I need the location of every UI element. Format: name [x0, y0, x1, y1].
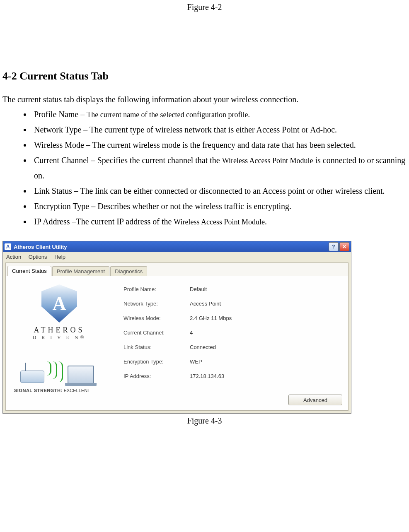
- sep: –: [78, 110, 87, 119]
- tab-diagnostics[interactable]: Diagnostics: [110, 266, 147, 276]
- list-item: Link Status – The link can be either con…: [31, 183, 407, 199]
- list-item: Wireless Mode – The current wireless mod…: [31, 137, 407, 153]
- list-item: Profile Name – The current name of the s…: [31, 107, 407, 122]
- menu-help[interactable]: Help: [54, 254, 65, 260]
- sep: –: [84, 140, 92, 149]
- logo-text-primary: ATHEROS: [34, 326, 85, 335]
- titlebar[interactable]: A Atheros Client Utility ? ✕: [3, 241, 351, 252]
- desc: The current wireless mode is the frequen…: [92, 140, 356, 149]
- menubar: Action Options Help: [3, 252, 351, 262]
- logo-shield-icon: A: [41, 284, 77, 323]
- laptop-icon: [65, 366, 97, 385]
- bullet-list: Profile Name – The current name of the s…: [2, 107, 407, 229]
- signal-strength-label: SIGNAL STRENGTH:: [14, 388, 63, 393]
- window-title: Atheros Client Utility: [14, 244, 67, 250]
- intro-text: The current status tab displays the foll…: [2, 95, 407, 104]
- current-channel-label: Current Channel:: [123, 330, 190, 336]
- network-type-label: Network Type:: [123, 301, 190, 307]
- router-icon: [20, 371, 44, 383]
- term: Encryption Type: [34, 202, 89, 211]
- desc-a: The current IP address of the: [76, 217, 174, 226]
- tab-current-status[interactable]: Current Status: [7, 266, 51, 276]
- list-item: Current Channel – Specifies the current …: [31, 153, 407, 183]
- dialog-body: Current Status Profile Management Diagno…: [5, 262, 348, 411]
- tab-profile-management[interactable]: Profile Management: [52, 266, 109, 276]
- dialog-window: A Atheros Client Utility ? ✕ Action Opti…: [2, 241, 351, 414]
- ip-address-value: 172.18.134.63: [190, 373, 342, 379]
- desc-b: Wireless Access Point Module: [174, 218, 265, 226]
- signal-waves-icon: [47, 361, 63, 382]
- list-item: IP Address –The current IP address of th…: [31, 214, 407, 229]
- sep: –: [81, 125, 90, 134]
- term: Network Type: [34, 125, 81, 134]
- sep: –: [72, 186, 80, 195]
- list-item: Encryption Type – Describes whether or n…: [31, 199, 407, 214]
- encryption-type-value: WEP: [190, 359, 342, 365]
- left-column: A ATHEROS D R I V E N® SIGNAL STRENGTH: …: [12, 282, 107, 393]
- profile-name-label: Profile Name:: [123, 286, 190, 292]
- desc-c: .: [265, 217, 267, 226]
- term: Link Status: [34, 186, 72, 195]
- list-item: Network Type – The current type of wirel…: [31, 122, 407, 137]
- signal-strength: SIGNAL STRENGTH: EXCELLENT: [12, 388, 90, 393]
- desc: The current type of wireless network tha…: [90, 125, 337, 134]
- section-heading: 4-2 Current Status Tab: [2, 70, 407, 82]
- advanced-button[interactable]: Advanced: [288, 395, 342, 405]
- sep: –: [89, 156, 97, 165]
- logo-text-secondary: D R I V E N®: [32, 335, 86, 341]
- close-button[interactable]: ✕: [339, 242, 349, 251]
- figure-caption-top: Figure 4-2: [2, 2, 407, 12]
- wireless-mode-value: 2.4 GHz 11 Mbps: [190, 315, 342, 321]
- signal-strength-value: EXCELLENT: [64, 388, 90, 393]
- tab-row: Current Status Profile Management Diagno…: [6, 263, 348, 276]
- sep: –: [89, 202, 97, 211]
- term: Profile Name: [34, 110, 78, 119]
- figure-caption-bottom: Figure 4-3: [2, 416, 407, 426]
- menu-options[interactable]: Options: [29, 254, 47, 260]
- desc: The current name of the selected configu…: [87, 111, 250, 119]
- profile-name-value: Default: [190, 286, 342, 292]
- menu-action[interactable]: Action: [6, 254, 21, 260]
- help-button[interactable]: ?: [329, 242, 339, 251]
- status-fields: Profile Name: Default Network Type: Acce…: [123, 282, 342, 393]
- app-icon: A: [5, 243, 11, 250]
- term: Current Channel: [34, 156, 89, 165]
- wireless-mode-label: Wireless Mode:: [123, 315, 190, 321]
- term: IP Address: [34, 217, 70, 226]
- atheros-logo: A ATHEROS D R I V E N®: [28, 284, 90, 341]
- encryption-type-label: Encryption Type:: [123, 359, 190, 365]
- desc: Describes whether or not the wireless tr…: [97, 202, 291, 211]
- link-status-value: Connected: [190, 344, 342, 350]
- network-type-value: Access Point: [190, 301, 342, 307]
- desc-b: Wireless Access Point Module: [222, 156, 313, 165]
- link-status-label: Link Status:: [123, 344, 190, 350]
- desc: The link can be either connected or disc…: [80, 186, 385, 195]
- term: Wireless Mode: [34, 140, 84, 149]
- desc-a: Specifies the current channel that the: [97, 156, 222, 165]
- current-channel-value: 4: [190, 330, 342, 336]
- ip-address-label: IP Address:: [123, 373, 190, 379]
- network-illustration: [18, 353, 101, 386]
- sep: –: [70, 217, 76, 226]
